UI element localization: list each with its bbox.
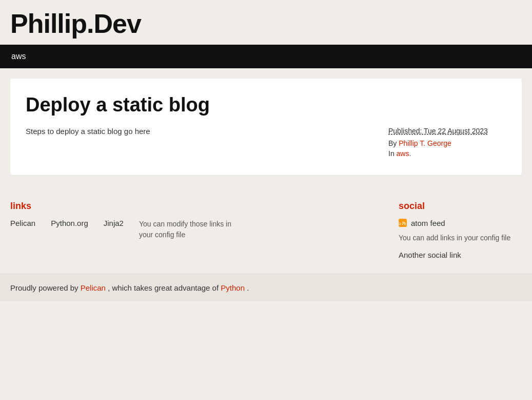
another-social-link[interactable]: Another social link: [399, 251, 461, 259]
svg-point-1: [402, 224, 403, 225]
category-period: .: [409, 149, 411, 158]
main-nav: aws: [0, 45, 532, 68]
social-heading: social: [399, 201, 522, 212]
in-label: In: [388, 149, 395, 158]
atom-feed-item: atom feed: [399, 219, 522, 227]
link-pelican[interactable]: Pelican: [10, 219, 35, 227]
article-category-line: In aws.: [388, 149, 506, 158]
content-wrapper: Deploy a static blog Steps to deploy a s…: [0, 68, 532, 196]
link-item-pythonorg[interactable]: Python.org: [51, 219, 88, 227]
footer-python-link[interactable]: Python: [221, 283, 245, 292]
footer-suffix: .: [247, 283, 249, 292]
link-jinja2[interactable]: Jinja2: [104, 219, 124, 227]
article-author-line: By Phillip T. George: [388, 139, 506, 147]
article-card: Deploy a static blog Steps to deploy a s…: [10, 79, 522, 175]
article-category-link[interactable]: aws: [397, 149, 409, 158]
site-title: Phillip.Dev: [10, 9, 522, 39]
article-body: Steps to deploy a static blog go here Pu…: [26, 127, 506, 160]
link-item-jinja2[interactable]: Jinja2: [104, 219, 124, 227]
link-item-pelican[interactable]: Pelican: [10, 219, 35, 227]
site-header: Phillip.Dev: [0, 0, 532, 45]
links-list: Pelican Python.org Jinja2 You can modify…: [10, 219, 399, 240]
article-title: Deploy a static blog: [26, 94, 506, 117]
site-footer: Proudly powered by Pelican , which takes…: [0, 274, 532, 301]
article-meta: Published: Tue 22 August 2023 By Phillip…: [388, 127, 506, 160]
site-title-link[interactable]: Phillip.Dev: [10, 9, 522, 39]
footer-pelican-link[interactable]: Pelican: [81, 283, 106, 292]
rss-icon: [399, 219, 407, 227]
links-description: You can modify those links in your confi…: [139, 219, 242, 240]
nav-item-aws[interactable]: aws: [0, 45, 37, 68]
article-author-link[interactable]: Phillip T. George: [399, 139, 451, 147]
atom-feed-link[interactable]: atom feed: [411, 219, 445, 227]
links-heading: links: [10, 201, 399, 212]
by-label: By: [388, 139, 397, 147]
main-content: Deploy a static blog Steps to deploy a s…: [10, 79, 522, 185]
social-description: You can add links in your config file: [399, 233, 522, 243]
another-social-link-item: Another social link: [399, 251, 522, 259]
link-pythonorg[interactable]: Python.org: [51, 219, 88, 227]
nav-list: aws: [0, 45, 532, 68]
article-date: Published: Tue 22 August 2023: [388, 127, 506, 135]
article-summary: Steps to deploy a static blog go here: [26, 127, 373, 136]
social-section: social atom feed You can add links in yo…: [399, 201, 522, 263]
footer-powered-by: Proudly powered by: [10, 283, 78, 292]
nav-link-aws[interactable]: aws: [0, 45, 37, 68]
links-section: links Pelican Python.org Jinja2 You can …: [10, 201, 399, 263]
footer-advantage-text: , which takes great advantage of: [108, 283, 219, 292]
bottom-section: links Pelican Python.org Jinja2 You can …: [0, 196, 532, 274]
